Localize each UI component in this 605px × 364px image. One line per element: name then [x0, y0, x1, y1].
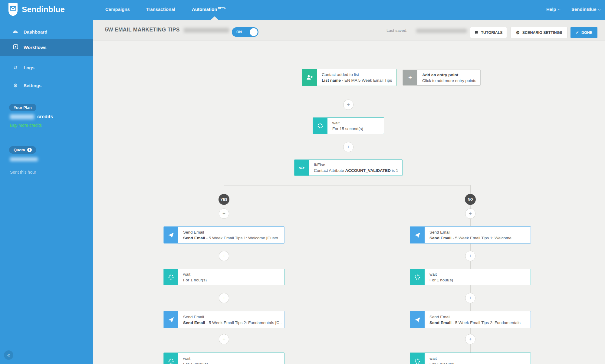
- brand-logo[interactable]: Sendinblue: [7, 3, 65, 16]
- your-plan-badge: Your Plan: [9, 104, 36, 111]
- sidebar-item-logs[interactable]: ↺ Logs: [0, 60, 93, 75]
- gear-icon: ⚙: [12, 83, 19, 88]
- node-subtitle: For 1 hour(s): [183, 277, 207, 283]
- done-button[interactable]: ✓ DONE: [570, 27, 597, 38]
- add-step-button[interactable]: +: [219, 251, 229, 261]
- done-label: DONE: [581, 31, 592, 35]
- tab-automation[interactable]: AutomationBETA: [192, 7, 226, 12]
- connector-line: [470, 244, 471, 251]
- connector-line: [470, 285, 471, 293]
- brand-name: Sendinblue: [22, 5, 65, 14]
- add-entry-point-button[interactable]: + Add an entry point Click to add more e…: [403, 70, 481, 86]
- node-wait-1-week-yes[interactable]: wait For 1 week(s): [163, 353, 284, 364]
- scenario-settings-button[interactable]: ⚙ SCENARIO SETTINGS: [511, 27, 567, 38]
- connector-line: [224, 185, 224, 194]
- connector-line: [224, 261, 224, 269]
- connector-line: [470, 344, 471, 353]
- node-title: Send Email: [429, 229, 511, 235]
- connector-line: [470, 261, 471, 269]
- credits-row: credits: [10, 114, 53, 120]
- connector-line: [470, 328, 471, 334]
- node-title: Add an entry point: [422, 72, 475, 78]
- sendinblue-logo-icon: [7, 3, 19, 16]
- account-menu[interactable]: SendinBlue: [571, 7, 600, 12]
- node-subtitle: Send Email - 5 Week Email Tips 2: Fundam…: [429, 320, 521, 326]
- add-step-button[interactable]: +: [465, 208, 475, 219]
- node-send-email-tips1-no[interactable]: Send Email Send Email - 5 Week Email Tip…: [410, 226, 531, 244]
- node-wait-1-hour-yes[interactable]: wait For 1 hour(s): [163, 269, 284, 285]
- node-title: wait: [429, 356, 455, 361]
- wait-spinner-icon: [164, 269, 178, 285]
- add-step-button[interactable]: +: [465, 251, 475, 261]
- node-if-else-condition[interactable]: </> If/Else Contact Attribute ACCOUNT_VA…: [294, 159, 403, 176]
- no-branch-badge: NO: [465, 194, 476, 205]
- add-step-button[interactable]: +: [219, 208, 229, 219]
- node-wait-1-hour-no[interactable]: wait For 1 hour(s): [410, 269, 531, 285]
- connector-line: [224, 303, 224, 311]
- chevron-down-icon: [598, 8, 601, 11]
- node-title: wait: [332, 120, 363, 126]
- node-title: Send Email: [183, 314, 279, 320]
- tutorials-label: TUTORIALS: [481, 31, 502, 35]
- plus-icon: +: [469, 211, 472, 217]
- node-subtitle: Contact Attribute ACCOUNT_VALIDATED is 1: [314, 168, 397, 173]
- node-title: wait: [183, 271, 207, 277]
- connector-line: [348, 86, 348, 100]
- node-subtitle: Send Email - 5 Week Email Tips 1: Welcom…: [183, 235, 279, 241]
- add-step-button[interactable]: +: [465, 293, 475, 303]
- plus-icon: +: [347, 144, 350, 150]
- contact-add-icon: [302, 69, 317, 86]
- connector-line: [348, 134, 348, 142]
- connector-line: [470, 303, 471, 311]
- help-menu[interactable]: Help: [546, 7, 560, 12]
- node-title: Send Email: [429, 314, 521, 320]
- node-title: Send Email: [183, 229, 279, 235]
- buy-more-credits-link[interactable]: Buy more credits: [10, 123, 42, 128]
- tutorials-button[interactable]: TUTORIALS: [470, 27, 507, 38]
- code-condition-icon: </>: [294, 160, 309, 175]
- beta-badge: BETA: [218, 7, 226, 10]
- book-icon: [474, 31, 478, 35]
- connector-line: [348, 176, 348, 185]
- sidebar-item-settings[interactable]: ⚙ Settings: [0, 78, 93, 93]
- tab-transactional[interactable]: Transactional: [146, 7, 175, 12]
- sent-this-hour-label: Sent this hour: [10, 170, 36, 175]
- add-step-button[interactable]: +: [219, 334, 229, 344]
- workflow-on-toggle[interactable]: ON: [232, 27, 258, 37]
- plus-icon: +: [222, 336, 225, 342]
- connector-line: [470, 185, 471, 194]
- tab-campaigns[interactable]: Campaigns: [105, 7, 130, 12]
- branch-line: [224, 185, 470, 185]
- sidebar-item-workflows[interactable]: Workflows: [0, 39, 93, 56]
- active-tab-notch: [211, 16, 218, 20]
- node-send-email-tips1-yes[interactable]: Send Email Send Email - 5 Week Email Tip…: [163, 226, 284, 244]
- toggle-on-label: ON: [236, 30, 242, 34]
- redacted-title-text: [184, 28, 229, 33]
- toggle-knob[interactable]: [250, 28, 258, 36]
- sidebar-item-dashboard[interactable]: Dashboard: [0, 24, 93, 39]
- paper-plane-icon: [410, 311, 425, 328]
- add-step-button[interactable]: +: [465, 334, 475, 344]
- node-wait-15-seconds[interactable]: wait For 15 second(s): [313, 117, 384, 134]
- node-contact-added-to-list[interactable]: Contact added to list List name - EN MA …: [302, 69, 396, 86]
- node-subtitle: For 1 week(s): [183, 361, 208, 364]
- workflow-title: 5W EMAIL MARKETING TIPS: [105, 27, 180, 33]
- add-step-button[interactable]: +: [219, 293, 229, 303]
- collapse-chevrons-icon: «: [7, 353, 10, 358]
- sidebar-collapse-button[interactable]: «: [4, 350, 13, 360]
- top-navigation-bar: Sendinblue Campaigns Transactional Autom…: [0, 0, 605, 20]
- connector-line: [224, 344, 224, 353]
- plus-icon: +: [469, 295, 472, 301]
- add-step-button[interactable]: +: [343, 100, 353, 110]
- node-wait-1-week-no[interactable]: wait For 1 week(s): [410, 353, 531, 364]
- node-subtitle: For 1 hour(s): [429, 277, 453, 283]
- connector-line: [348, 152, 348, 159]
- node-send-email-tips2-yes[interactable]: Send Email Send Email - 5 Week Email Tip…: [163, 311, 284, 328]
- node-send-email-tips2-no[interactable]: Send Email Send Email - 5 Week Email Tip…: [410, 311, 531, 328]
- add-step-button[interactable]: +: [343, 142, 353, 152]
- connector-line: [224, 219, 224, 226]
- paper-plane-icon: [410, 227, 425, 243]
- node-title: wait: [183, 356, 208, 361]
- info-icon[interactable]: i: [27, 148, 32, 152]
- yes-branch-badge: YES: [219, 194, 229, 205]
